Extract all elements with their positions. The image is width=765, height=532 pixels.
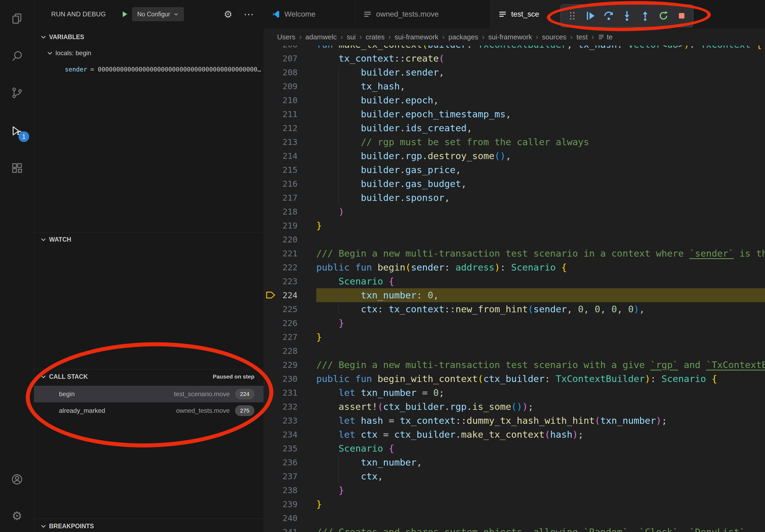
- watch-section-header[interactable]: WATCH: [34, 232, 264, 246]
- code-line-212[interactable]: 212 builder.ids_created,: [264, 121, 765, 135]
- code-line-236[interactable]: 236 txn_number,: [264, 455, 765, 469]
- line-number[interactable]: 217: [264, 191, 298, 205]
- code-line-220[interactable]: 220: [264, 232, 765, 246]
- code-line-216[interactable]: 216 builder.gas_budget,: [264, 177, 765, 191]
- line-number[interactable]: 233: [264, 413, 298, 427]
- line-number[interactable]: 218: [264, 205, 298, 219]
- line-number[interactable]: 231: [264, 386, 298, 400]
- code-line-219[interactable]: 219}: [264, 219, 765, 232]
- code-line-240[interactable]: 240: [264, 511, 765, 525]
- tab-welcome[interactable]: Welcome: [264, 0, 355, 28]
- breadcrumb-item[interactable]: adamwelc: [305, 33, 337, 41]
- line-number[interactable]: 228: [264, 344, 298, 358]
- code-line-207[interactable]: 207 tx_context::create(: [264, 51, 765, 65]
- line-number[interactable]: 221: [264, 246, 298, 260]
- call-stack-frame-already_marked[interactable]: already_markedowned_tests.move275: [34, 402, 264, 419]
- step-into-button[interactable]: [621, 10, 633, 22]
- line-number[interactable]: 223: [264, 274, 298, 288]
- variable-row-sender[interactable]: sender = 0000000000000000000000000000000…: [34, 63, 264, 76]
- code-line-208[interactable]: 208 builder.sender,: [264, 65, 765, 79]
- code-line-233[interactable]: 233 let hash = tx_context::dummy_tx_hash…: [264, 413, 765, 427]
- code-line-211[interactable]: 211 builder.epoch_timestamp_ms,: [264, 107, 765, 121]
- extensions-icon[interactable]: [0, 155, 34, 180]
- line-number[interactable]: 216: [264, 177, 298, 191]
- continue-button[interactable]: [585, 10, 596, 22]
- code-line-239[interactable]: 239}: [264, 497, 765, 511]
- line-number[interactable]: 211: [264, 107, 298, 121]
- variables-section-header[interactable]: VARIABLES: [34, 30, 264, 44]
- line-number[interactable]: 207: [264, 51, 298, 65]
- explorer-icon[interactable]: [0, 6, 34, 31]
- line-number[interactable]: 238: [264, 483, 298, 497]
- breadcrumb-item[interactable]: test: [576, 33, 588, 41]
- breadcrumb-item[interactable]: packages: [448, 33, 478, 41]
- code-line-228[interactable]: 228: [264, 344, 765, 358]
- restart-button[interactable]: [657, 10, 669, 22]
- code-line-234[interactable]: 234 let ctx = ctx_builder.make_tx_contex…: [264, 427, 765, 441]
- line-number[interactable]: 235: [264, 441, 298, 455]
- breadcrumb-item[interactable]: sui-framework: [394, 33, 438, 41]
- code-line-229[interactable]: 229/// Begin a new multi-transaction tes…: [264, 358, 765, 372]
- line-number[interactable]: 237: [264, 469, 298, 483]
- code-line-237[interactable]: 237 ctx,: [264, 469, 765, 483]
- line-number[interactable]: 241: [264, 525, 298, 532]
- code-line-221[interactable]: 221/// Begin a new multi-transaction tes…: [264, 246, 765, 260]
- code-line-218[interactable]: 218 ): [264, 205, 765, 219]
- code-line-226[interactable]: 226 }: [264, 316, 765, 330]
- breadcrumb-item[interactable]: sui: [347, 33, 356, 41]
- breadcrumb-item[interactable]: te: [598, 33, 613, 41]
- line-number[interactable]: 222: [264, 260, 298, 274]
- line-number[interactable]: 240: [264, 511, 298, 525]
- line-number[interactable]: 214: [264, 149, 298, 163]
- line-number[interactable]: 208: [264, 65, 298, 79]
- scope-row-locals[interactable]: locals: begin: [34, 46, 264, 60]
- breadcrumb-item[interactable]: Users: [277, 33, 296, 41]
- code-line-232[interactable]: 232 assert!(ctx_builder.rgp.is_some());: [264, 400, 765, 413]
- stop-button[interactable]: [676, 10, 688, 22]
- line-number[interactable]: 234: [264, 427, 298, 441]
- code-line-238[interactable]: 238 }: [264, 483, 765, 497]
- code-line-222[interactable]: 222public fun begin(sender: address): Sc…: [264, 260, 765, 274]
- line-number[interactable]: 227: [264, 330, 298, 344]
- search-icon[interactable]: [0, 43, 34, 69]
- code-line-217[interactable]: 217 builder.sponsor,: [264, 191, 765, 205]
- line-number[interactable]: 236: [264, 455, 298, 469]
- code-line-224[interactable]: 224 txn_number: 0,: [264, 288, 765, 302]
- step-over-button[interactable]: [603, 10, 615, 22]
- line-number[interactable]: 210: [264, 93, 298, 107]
- line-number[interactable]: 232: [264, 400, 298, 413]
- line-number[interactable]: 215: [264, 163, 298, 177]
- code-line-225[interactable]: 225 ctx: tx_context::new_from_hint(sende…: [264, 302, 765, 316]
- debug-configuration-dropdown[interactable]: No Configur: [132, 7, 184, 21]
- code-line-223[interactable]: 223 Scenario {: [264, 274, 765, 288]
- line-number[interactable]: 239: [264, 497, 298, 511]
- account-icon[interactable]: [0, 466, 34, 492]
- line-number[interactable]: 229: [264, 358, 298, 372]
- breadcrumb-item[interactable]: crates: [366, 33, 384, 41]
- breadcrumb-item[interactable]: sources: [542, 33, 566, 41]
- call-stack-frame-begin[interactable]: begintest_scenario.move224: [34, 386, 264, 402]
- line-number[interactable]: 220: [264, 232, 298, 246]
- line-number[interactable]: 213: [264, 135, 298, 149]
- line-number[interactable]: 212: [264, 121, 298, 135]
- breadcrumb-item[interactable]: sui-framework: [488, 33, 532, 41]
- line-number[interactable]: 219: [264, 219, 298, 232]
- run-and-debug-icon[interactable]: 1: [0, 118, 34, 143]
- start-debugging-button[interactable]: [121, 10, 129, 18]
- code-line-230[interactable]: 230public fun begin_with_context(ctx_bui…: [264, 372, 765, 386]
- line-number[interactable]: 226: [264, 316, 298, 330]
- code-line-215[interactable]: 215 builder.gas_price,: [264, 163, 765, 177]
- tab-owned-tests-move[interactable]: owned_tests.move: [355, 0, 490, 28]
- breakpoints-section-header[interactable]: BREAKPOINTS: [34, 519, 264, 532]
- code-line-227[interactable]: 227}: [264, 330, 765, 344]
- code-line-235[interactable]: 235 Scenario {: [264, 441, 765, 455]
- code-line-241[interactable]: 241/// Creates and shares system objects…: [264, 525, 765, 532]
- more-actions-icon[interactable]: ⋯: [244, 8, 254, 20]
- line-number[interactable]: 225: [264, 302, 298, 316]
- code-line-214[interactable]: 214 builder.rgp.destroy_some(),: [264, 149, 765, 163]
- call-stack-section-header[interactable]: CALL STACK Paused on step: [34, 370, 264, 384]
- step-out-button[interactable]: [639, 10, 651, 22]
- source-control-icon[interactable]: [0, 80, 34, 106]
- code-line-209[interactable]: 209 tx_hash,: [264, 79, 765, 93]
- line-number[interactable]: 230: [264, 372, 298, 386]
